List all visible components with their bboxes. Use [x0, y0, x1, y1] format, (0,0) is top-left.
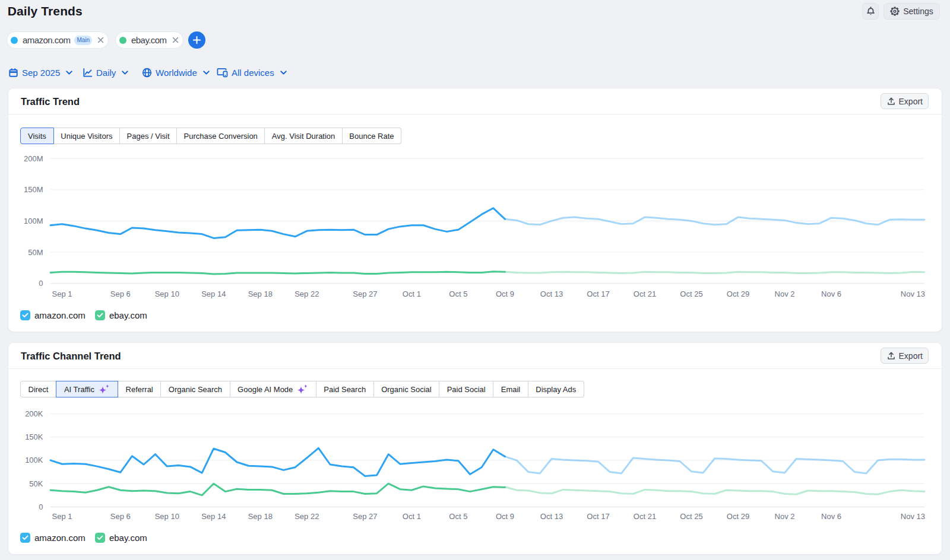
svg-text:200M: 200M: [24, 154, 43, 163]
svg-text:Sep 22: Sep 22: [294, 512, 319, 521]
svg-text:Oct 5: Oct 5: [449, 512, 467, 521]
svg-text:150M: 150M: [24, 185, 43, 194]
svg-text:50K: 50K: [29, 479, 43, 488]
svg-text:150K: 150K: [25, 432, 43, 441]
svg-text:Oct 13: Oct 13: [540, 289, 563, 298]
svg-text:Sep 6: Sep 6: [110, 512, 131, 521]
svg-text:Sep 14: Sep 14: [201, 512, 226, 521]
svg-text:Sep 1: Sep 1: [52, 289, 72, 298]
svg-text:Oct 9: Oct 9: [496, 512, 514, 521]
svg-text:Nov 6: Nov 6: [821, 512, 841, 521]
svg-text:Sep 18: Sep 18: [248, 512, 273, 521]
svg-text:Oct 17: Oct 17: [587, 289, 609, 298]
svg-text:Sep 14: Sep 14: [201, 289, 226, 298]
svg-text:200K: 200K: [25, 409, 43, 418]
svg-text:Oct 29: Oct 29: [727, 289, 749, 298]
svg-text:Nov 6: Nov 6: [821, 289, 841, 298]
svg-text:Oct 21: Oct 21: [634, 512, 656, 521]
svg-text:Oct 21: Oct 21: [634, 289, 656, 298]
svg-text:Oct 5: Oct 5: [449, 289, 467, 298]
svg-text:Nov 13: Nov 13: [901, 289, 925, 298]
svg-text:Oct 13: Oct 13: [540, 512, 563, 521]
svg-text:Oct 17: Oct 17: [587, 512, 609, 521]
svg-text:0: 0: [39, 279, 43, 288]
svg-text:50M: 50M: [28, 248, 43, 257]
svg-text:Sep 10: Sep 10: [155, 289, 179, 298]
svg-text:Nov 13: Nov 13: [901, 512, 925, 521]
svg-text:Oct 1: Oct 1: [403, 289, 421, 298]
svg-text:Sep 6: Sep 6: [110, 289, 131, 298]
svg-text:Sep 1: Sep 1: [52, 512, 72, 521]
svg-text:Sep 22: Sep 22: [294, 289, 319, 298]
svg-text:Sep 18: Sep 18: [248, 289, 273, 298]
svg-text:Oct 29: Oct 29: [727, 512, 749, 521]
svg-text:0: 0: [39, 502, 43, 511]
svg-text:Sep 27: Sep 27: [353, 512, 377, 521]
svg-text:Oct 25: Oct 25: [680, 289, 702, 298]
svg-text:Oct 9: Oct 9: [496, 289, 514, 298]
svg-text:Sep 27: Sep 27: [353, 289, 377, 298]
svg-text:Nov 2: Nov 2: [775, 512, 795, 521]
svg-text:Oct 25: Oct 25: [680, 512, 702, 521]
svg-text:100M: 100M: [24, 217, 43, 225]
svg-text:Oct 1: Oct 1: [403, 512, 421, 521]
svg-text:Nov 2: Nov 2: [775, 289, 795, 298]
svg-text:Sep 10: Sep 10: [155, 512, 179, 521]
svg-text:100K: 100K: [25, 456, 43, 464]
